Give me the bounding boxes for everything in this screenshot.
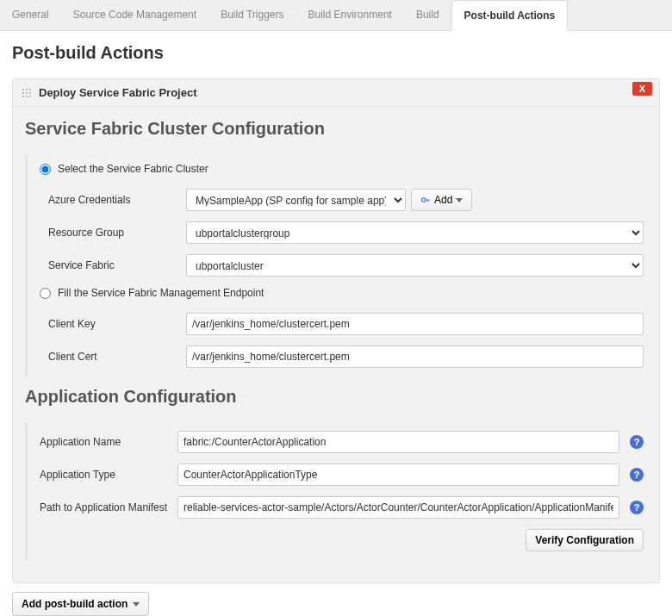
label-app-name: Application Name xyxy=(40,436,177,448)
label-azure-credentials: Azure Credentials xyxy=(48,194,186,206)
input-app-type[interactable] xyxy=(177,464,619,486)
radio-fill-endpoint[interactable] xyxy=(40,288,51,299)
radio-fill-endpoint-label: Fill the Service Fabric Management Endpo… xyxy=(58,287,264,299)
add-credentials-button[interactable]: Add xyxy=(411,189,472,211)
tab-scm[interactable]: Source Code Management xyxy=(61,0,208,30)
input-manifest-path[interactable] xyxy=(177,496,619,519)
input-app-name[interactable] xyxy=(177,431,619,453)
page-content: Post-build Actions X Deploy Service Fabr… xyxy=(0,31,672,616)
label-manifest-path: Path to Application Manifest xyxy=(40,501,177,513)
drag-handle-icon[interactable] xyxy=(22,88,32,98)
radio-select-cluster-label: Select the Service Fabric Cluster xyxy=(58,163,208,175)
build-step-box: X Deploy Service Fabric Project Service … xyxy=(12,78,660,583)
select-resource-group[interactable]: ubportalclustergroup xyxy=(186,221,644,244)
label-resource-group: Resource Group xyxy=(48,227,186,239)
section-title-cluster: Service Fabric Cluster Configuration xyxy=(25,119,647,139)
tab-build[interactable]: Build xyxy=(404,0,451,30)
add-post-build-action-button[interactable]: Add post-build action xyxy=(12,592,149,616)
step-title: Deploy Service Fabric Project xyxy=(39,86,197,99)
tabs: General Source Code Management Build Tri… xyxy=(0,0,672,31)
key-icon xyxy=(420,195,431,205)
verify-configuration-button[interactable]: Verify Configuration xyxy=(526,529,644,551)
page-title: Post-build Actions xyxy=(12,43,660,63)
radio-select-cluster[interactable] xyxy=(40,164,51,175)
help-icon[interactable]: ? xyxy=(630,435,644,449)
add-action-label: Add post-build action xyxy=(22,598,128,610)
svg-point-0 xyxy=(422,198,426,202)
label-client-key: Client Key xyxy=(48,318,186,330)
add-credentials-label: Add xyxy=(434,194,452,206)
tab-triggers[interactable]: Build Triggers xyxy=(208,0,296,30)
label-service-fabric: Service Fabric xyxy=(48,259,186,271)
input-client-key[interactable] xyxy=(186,313,644,335)
tab-post-build-actions[interactable]: Post-build Actions xyxy=(451,0,569,31)
section-title-app: Application Configuration xyxy=(25,387,647,407)
chevron-down-icon xyxy=(133,602,140,607)
label-app-type: Application Type xyxy=(40,469,177,481)
cluster-config-group: Select the Service Fabric Cluster Azure … xyxy=(25,154,647,376)
app-config-group: Application Name ? Application Type ? Pa… xyxy=(25,422,647,560)
tab-general[interactable]: General xyxy=(0,0,61,30)
input-client-cert[interactable] xyxy=(186,345,644,368)
label-client-cert: Client Cert xyxy=(48,351,186,363)
help-icon[interactable]: ? xyxy=(630,468,644,482)
chevron-down-icon xyxy=(456,198,463,202)
select-azure-credentials[interactable]: MySampleApp (SP config for sample app) xyxy=(186,189,406,211)
help-icon[interactable]: ? xyxy=(630,501,644,514)
select-service-fabric[interactable]: ubportalcluster xyxy=(186,254,644,277)
close-icon[interactable]: X xyxy=(632,82,652,96)
step-header: Deploy Service Fabric Project xyxy=(13,79,659,107)
tab-environment[interactable]: Build Environment xyxy=(296,0,404,30)
